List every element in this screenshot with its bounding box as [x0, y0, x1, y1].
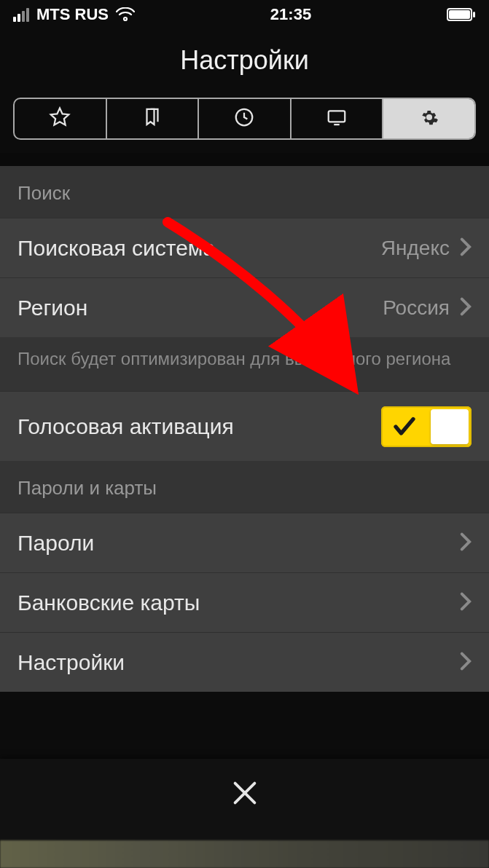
- check-icon: [391, 414, 418, 443]
- row-label: Регион: [17, 296, 87, 320]
- bottom-blur: [0, 840, 489, 868]
- clock-icon: [233, 106, 255, 131]
- row-passwords-settings[interactable]: Настройки: [0, 632, 489, 692]
- section-header-search: Поиск: [0, 166, 489, 218]
- section-divider: [0, 153, 489, 166]
- status-time: 21:35: [270, 5, 311, 24]
- star-icon: [49, 106, 71, 131]
- page-title: Настройки: [0, 29, 489, 98]
- row-bank-cards[interactable]: Банковские карты: [0, 572, 489, 632]
- chevron-right-icon: [460, 532, 472, 554]
- row-passwords[interactable]: Пароли: [0, 513, 489, 572]
- status-bar: MTS RUS 21:35: [0, 0, 489, 29]
- section-header-passwords: Пароли и карты: [0, 461, 489, 513]
- signal-icon: [13, 8, 29, 22]
- settings-list: Поиск Поисковая система Яндекс Регион Ро…: [0, 166, 489, 692]
- chevron-right-icon: [460, 297, 472, 319]
- tab-bar: [13, 98, 476, 140]
- svg-rect-4: [329, 111, 345, 122]
- bottom-bar: [0, 759, 489, 868]
- row-value: Яндекс: [381, 237, 450, 260]
- row-region[interactable]: Регион Россия: [0, 277, 489, 337]
- section-footer-search: Поиск будет оптимизирован для выбранного…: [0, 337, 489, 391]
- battery-icon: [447, 8, 476, 21]
- row-right: [381, 406, 472, 447]
- carrier-label: MTS RUS: [36, 5, 109, 24]
- row-voice-activation[interactable]: Голосовая активация: [0, 391, 489, 461]
- tab-bookmarks[interactable]: [107, 99, 200, 138]
- close-button[interactable]: [228, 776, 262, 813]
- tab-settings[interactable]: [383, 99, 474, 138]
- tab-favorites[interactable]: [15, 99, 107, 138]
- row-label: Банковские карты: [17, 591, 200, 615]
- row-right: Яндекс: [381, 237, 472, 260]
- chevron-right-icon: [460, 592, 472, 614]
- wifi-icon: [116, 7, 135, 22]
- monitor-icon: [326, 106, 348, 131]
- row-search-engine[interactable]: Поисковая система Яндекс: [0, 218, 489, 277]
- row-label: Настройки: [17, 650, 125, 675]
- status-left: MTS RUS: [13, 5, 135, 24]
- toggle-knob: [431, 409, 469, 444]
- row-right: [460, 652, 472, 674]
- gear-icon: [419, 107, 439, 130]
- svg-rect-1: [449, 10, 470, 19]
- row-right: [460, 532, 472, 554]
- status-right: [447, 8, 476, 21]
- row-label: Голосовая активация: [17, 414, 234, 439]
- row-label: Поисковая система: [17, 236, 215, 261]
- voice-toggle[interactable]: [381, 406, 472, 447]
- row-value: Россия: [383, 296, 450, 320]
- tab-history[interactable]: [199, 99, 292, 138]
- row-right: Россия: [383, 296, 472, 320]
- tab-devices[interactable]: [292, 99, 384, 138]
- row-label: Пароли: [17, 531, 94, 556]
- chevron-right-icon: [460, 652, 472, 674]
- row-right: [460, 592, 472, 614]
- svg-rect-2: [473, 12, 475, 17]
- chevron-right-icon: [460, 237, 472, 259]
- bookmarks-icon: [141, 106, 163, 131]
